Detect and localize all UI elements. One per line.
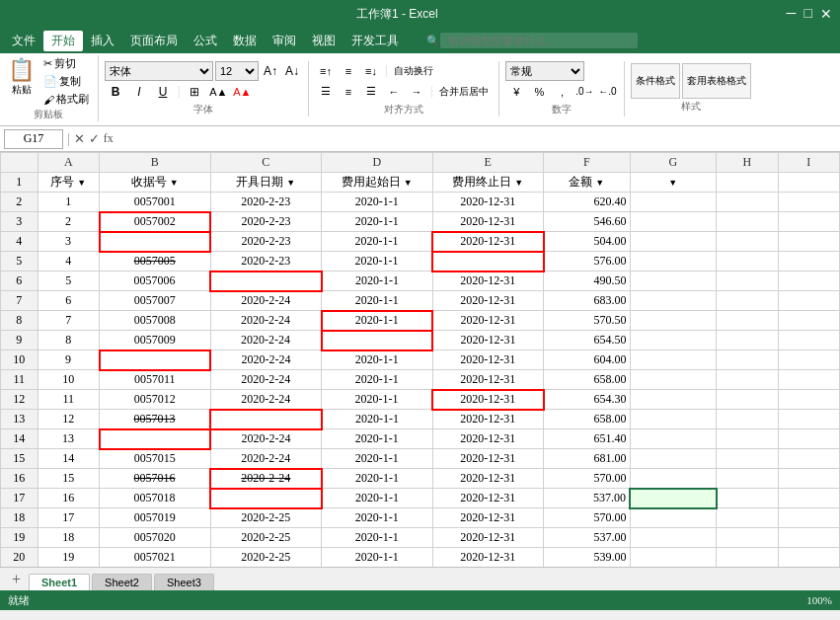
row-header-13[interactable]: 13: [1, 410, 38, 429]
cell-seq-19[interactable]: 18: [38, 528, 100, 548]
cell-i-15[interactable]: [778, 449, 840, 469]
cell-seq-18[interactable]: 17: [38, 508, 100, 528]
cell-date-9[interactable]: 2020-2-24: [210, 331, 322, 350]
cell-date-3[interactable]: 2020-2-23: [210, 212, 322, 232]
cell-i-3[interactable]: [778, 212, 840, 232]
merge-btn[interactable]: 合并后居中: [435, 82, 493, 102]
row-header-14[interactable]: 14: [1, 429, 38, 449]
cell-no-14[interactable]: [100, 429, 211, 449]
cell-end-9[interactable]: 2020-12-31: [432, 331, 544, 350]
cell-date-20[interactable]: 2020-2-25: [210, 548, 322, 568]
align-bottom-btn[interactable]: ≡↓: [360, 61, 382, 81]
cell-seq-9[interactable]: 8: [38, 331, 100, 350]
row-header-5[interactable]: 5: [1, 252, 38, 271]
cell-seq-8[interactable]: 7: [38, 311, 100, 331]
cell-g-10[interactable]: [630, 350, 717, 370]
cell-date-13[interactable]: [210, 410, 322, 429]
cell-g-16[interactable]: [630, 469, 717, 489]
cell-seq-16[interactable]: 15: [38, 469, 100, 489]
cell-g-6[interactable]: [630, 271, 717, 291]
cell-no-8[interactable]: 0057008: [100, 311, 211, 331]
format-painter-btn[interactable]: 🖌 格式刷: [40, 91, 92, 108]
align-left-btn[interactable]: ☰: [315, 82, 337, 102]
cell-seq-4[interactable]: 3: [38, 232, 100, 252]
cell-start-2[interactable]: 2020-1-1: [322, 193, 433, 212]
cell-i-11[interactable]: [778, 370, 840, 390]
cell-amount-5[interactable]: 576.00: [544, 252, 631, 271]
row-header-2[interactable]: 2: [1, 193, 38, 212]
col-header-H[interactable]: H: [717, 153, 779, 173]
cancel-icon[interactable]: ✕: [74, 131, 85, 147]
cell-date-12[interactable]: 2020-2-24: [210, 390, 322, 410]
cell-date-11[interactable]: 2020-2-24: [210, 370, 322, 390]
cell-amount-6[interactable]: 490.50: [544, 271, 631, 291]
cell-end-19[interactable]: 2020-12-31: [432, 528, 544, 548]
cell-i-17[interactable]: [778, 489, 840, 508]
italic-btn[interactable]: I: [128, 82, 150, 102]
cell-g-18[interactable]: [630, 508, 717, 528]
cell-end-7[interactable]: 2020-12-31: [432, 291, 544, 311]
cell-no-3[interactable]: 0057002: [100, 212, 211, 232]
cell-amount-4[interactable]: 504.00: [544, 232, 631, 252]
sheet-tab-Sheet1[interactable]: Sheet1: [29, 574, 90, 590]
cell-amount-19[interactable]: 537.00: [544, 528, 631, 548]
cell-g-14[interactable]: [630, 429, 717, 449]
indent-dec-btn[interactable]: ←: [383, 82, 405, 102]
cell-h-5[interactable]: [717, 252, 779, 271]
row-header-12[interactable]: 12: [1, 390, 38, 410]
header-cell-费用起始日[interactable]: 费用起始日 ▼: [322, 173, 433, 193]
row-header-15[interactable]: 15: [1, 449, 38, 469]
cell-no-13[interactable]: 0057013: [100, 410, 211, 429]
row-header-3[interactable]: 3: [1, 212, 38, 232]
col-header-[interactable]: [1, 153, 38, 173]
col-header-B[interactable]: B: [100, 153, 211, 173]
cell-g-3[interactable]: [630, 212, 717, 232]
cell-h-9[interactable]: [717, 331, 779, 350]
cell-start-13[interactable]: 2020-1-1: [322, 410, 433, 429]
cell-h-2[interactable]: [717, 193, 779, 212]
cell-date-7[interactable]: 2020-2-24: [210, 291, 322, 311]
cell-start-18[interactable]: 2020-1-1: [322, 508, 433, 528]
cell-no-10[interactable]: [100, 350, 211, 370]
dec-increase-btn[interactable]: .0→: [573, 82, 595, 102]
confirm-icon[interactable]: ✓: [89, 131, 100, 147]
cell-i-12[interactable]: [778, 390, 840, 410]
col-header-C[interactable]: C: [210, 153, 322, 173]
cell-no-18[interactable]: 0057019: [100, 508, 211, 528]
cell-end-12[interactable]: 2020-12-31: [432, 390, 544, 410]
cell-g-13[interactable]: [630, 410, 717, 429]
cell-start-8[interactable]: 2020-1-1: [322, 311, 433, 331]
cell-no-9[interactable]: 0057009: [100, 331, 211, 350]
row-header-9[interactable]: 9: [1, 331, 38, 350]
cell-i-18[interactable]: [778, 508, 840, 528]
cell-amount-8[interactable]: 570.50: [544, 311, 631, 331]
cell-i-7[interactable]: [778, 291, 840, 311]
cell-h-18[interactable]: [717, 508, 779, 528]
cell-amount-2[interactable]: 620.40: [544, 193, 631, 212]
row-header-20[interactable]: 20: [1, 548, 38, 568]
paste-btn[interactable]: 📋 粘贴: [4, 55, 38, 108]
empty-cell[interactable]: [717, 173, 779, 193]
cell-start-4[interactable]: 2020-1-1: [322, 232, 433, 252]
cell-amount-9[interactable]: 654.50: [544, 331, 631, 350]
cell-end-6[interactable]: 2020-12-31: [432, 271, 544, 291]
cell-start-11[interactable]: 2020-1-1: [322, 370, 433, 390]
cell-start-17[interactable]: 2020-1-1: [322, 489, 433, 508]
cell-end-20[interactable]: 2020-12-31: [432, 548, 544, 568]
percent-btn[interactable]: %: [528, 82, 550, 102]
cell-h-20[interactable]: [717, 548, 779, 568]
row-header-17[interactable]: 17: [1, 489, 38, 508]
cell-start-3[interactable]: 2020-1-1: [322, 212, 433, 232]
cell-g-11[interactable]: [630, 370, 717, 390]
cell-start-16[interactable]: 2020-1-1: [322, 469, 433, 489]
menu-item-开发工具[interactable]: 开发工具: [344, 31, 407, 51]
cell-end-5[interactable]: [432, 252, 544, 271]
cell-g-2[interactable]: [630, 193, 717, 212]
table-format-btn[interactable]: 套用表格格式: [682, 63, 751, 99]
cell-h-17[interactable]: [717, 489, 779, 508]
cell-date-4[interactable]: 2020-2-23: [210, 232, 322, 252]
cell-seq-7[interactable]: 6: [38, 291, 100, 311]
cell-start-12[interactable]: 2020-1-1: [322, 390, 433, 410]
cell-no-12[interactable]: 0057012: [100, 390, 211, 410]
copy-btn[interactable]: 📄 复制: [40, 73, 92, 90]
